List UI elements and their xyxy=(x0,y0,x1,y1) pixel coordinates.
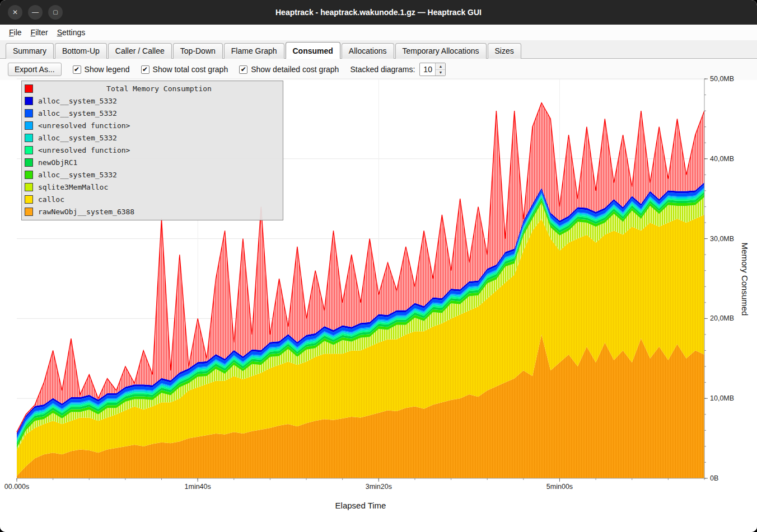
legend-swatch xyxy=(25,171,33,179)
tab-consumed[interactable]: Consumed xyxy=(286,42,340,59)
x-axis-tick-label: 3min20s xyxy=(366,483,392,491)
tab-flame-graph[interactable]: Flame Graph xyxy=(224,43,284,59)
spin-up-button[interactable]: ▲ xyxy=(436,63,445,70)
toolbar: Export As... ✔Show legend✔Show total cos… xyxy=(0,59,757,80)
legend-label: <unresolved function> xyxy=(38,121,130,130)
legend-item: alloc__system_5332 xyxy=(22,95,283,107)
checkbox-box[interactable]: ✔ xyxy=(141,65,149,74)
close-button[interactable]: ✕ xyxy=(8,5,22,20)
legend-item: rawNewObj__system_6388 xyxy=(22,205,283,218)
x-axis-title: Elapsed Time xyxy=(17,501,704,510)
legend-item: newObjRC1 xyxy=(22,156,283,168)
stacked-diagrams-control: Stacked diagrams: 10 ▲ ▼ xyxy=(350,63,446,76)
legend-label: rawNewObj__system_6388 xyxy=(38,208,134,216)
legend-swatch xyxy=(25,208,33,216)
window-title: Heaptrack - heaptrack.wakunode.1.gz — He… xyxy=(275,8,482,17)
y-axis-tick-label: 20,0MB xyxy=(710,314,734,322)
checkbox-show-detailed-cost-graph[interactable]: ✔Show detailed cost graph xyxy=(239,65,339,74)
spin-down-icon: ▼ xyxy=(438,70,442,74)
legend-swatch xyxy=(25,97,33,105)
checkbox-box[interactable]: ✔ xyxy=(73,65,81,74)
y-axis-tick-label: 10,0MB xyxy=(710,394,734,402)
y-axis-tick-label: 0B xyxy=(710,474,718,482)
stacked-diagrams-spinbox[interactable]: 10 ▲ ▼ xyxy=(419,63,446,76)
legend-label: alloc__system_5332 xyxy=(38,97,117,105)
checkbox-group: ✔Show legend✔Show total cost graph✔Show … xyxy=(73,65,339,74)
legend-item: alloc__system_5332 xyxy=(22,107,283,119)
tab-bar: SummaryBottom-UpCaller / CalleeTop-DownF… xyxy=(0,40,757,59)
tab-sizes[interactable]: Sizes xyxy=(488,43,521,59)
legend-swatch xyxy=(25,146,33,154)
legend-label: alloc__system_5332 xyxy=(38,171,117,179)
legend-swatch xyxy=(25,109,33,117)
y-axis-title: Memory Consumed xyxy=(740,243,750,316)
menu-filter[interactable]: Filter xyxy=(26,26,53,39)
legend-label: alloc__system_5332 xyxy=(38,109,117,117)
checkbox-label: Show legend xyxy=(85,65,130,74)
tab-summary[interactable]: Summary xyxy=(6,43,54,59)
maximize-button[interactable]: ▢ xyxy=(48,5,63,20)
legend-title-row: Total Memory Consumption xyxy=(22,82,283,95)
chart-legend: Total Memory Consumptionalloc__system_53… xyxy=(21,81,283,220)
menu-file[interactable]: File xyxy=(4,26,26,39)
stacked-diagrams-label: Stacked diagrams: xyxy=(350,65,415,74)
check-icon: ✔ xyxy=(74,66,80,73)
checkbox-label: Show detailed cost graph xyxy=(251,65,339,74)
legend-label: newObjRC1 xyxy=(38,158,77,167)
legend-item: <unresolved function> xyxy=(22,144,283,156)
y-axis-tick-label: 30,0MB xyxy=(710,235,734,243)
tab-top-down[interactable]: Top-Down xyxy=(173,43,223,59)
checkbox-box[interactable]: ✔ xyxy=(239,65,247,74)
spin-down-button[interactable]: ▼ xyxy=(436,70,445,76)
check-icon: ✔ xyxy=(142,66,148,73)
legend-label: sqlite3MemMalloc xyxy=(38,183,108,191)
legend-swatch xyxy=(25,84,33,93)
chart-region: 0B10,0MB20,0MB30,0MB40,0MB50,0MB00.000s1… xyxy=(0,80,757,532)
legend-swatch xyxy=(25,121,33,130)
legend-swatch xyxy=(25,134,33,142)
legend-swatch xyxy=(25,195,33,204)
tab-bottom-up[interactable]: Bottom-Up xyxy=(55,43,107,59)
legend-item: <unresolved function> xyxy=(22,119,283,131)
maximize-icon: ▢ xyxy=(53,10,58,15)
legend-label: <unresolved function> xyxy=(38,146,130,154)
close-icon: ✕ xyxy=(12,9,18,16)
menu-settings[interactable]: Settings xyxy=(53,26,90,39)
legend-swatch xyxy=(25,183,33,191)
export-as-button[interactable]: Export As... xyxy=(8,63,62,76)
legend-label: alloc__system_5332 xyxy=(38,134,117,142)
tab-temporary-allocations[interactable]: Temporary Allocations xyxy=(395,43,487,59)
spinner-arrows: ▲ ▼ xyxy=(435,63,445,76)
tab-caller-callee[interactable]: Caller / Callee xyxy=(108,43,172,59)
legend-item: alloc__system_5332 xyxy=(22,168,283,181)
x-axis-tick-label: 5min00s xyxy=(546,483,573,491)
minimize-icon: — xyxy=(32,9,39,16)
legend-swatch xyxy=(25,158,33,167)
legend-item: sqlite3MemMalloc xyxy=(22,181,283,193)
legend-item: alloc__system_5332 xyxy=(22,131,283,144)
tab-allocations[interactable]: Allocations xyxy=(342,43,394,59)
y-axis-tick-label: 40,0MB xyxy=(710,155,734,163)
menu-bar: FileFilterSettings xyxy=(0,25,757,40)
legend-item: calloc xyxy=(22,193,283,205)
stacked-diagrams-value[interactable]: 10 xyxy=(420,63,435,76)
check-icon: ✔ xyxy=(241,66,246,73)
checkbox-show-total-cost-graph[interactable]: ✔Show total cost graph xyxy=(141,65,228,74)
legend-label: Total Memory Consumption xyxy=(38,84,280,93)
minimize-button[interactable]: — xyxy=(28,5,43,20)
y-axis-tick-label: 50,0MB xyxy=(710,75,734,83)
legend-label: calloc xyxy=(38,195,64,204)
x-axis-tick-label: 00.000s xyxy=(4,483,29,491)
checkbox-label: Show total cost graph xyxy=(153,65,228,74)
x-axis-tick-label: 1min40s xyxy=(185,483,211,491)
checkbox-show-legend[interactable]: ✔Show legend xyxy=(73,65,130,74)
spin-up-icon: ▲ xyxy=(438,64,442,68)
title-bar: ✕ — ▢ Heaptrack - heaptrack.wakunode.1.g… xyxy=(0,0,757,25)
app-window: ✕ — ▢ Heaptrack - heaptrack.wakunode.1.g… xyxy=(0,0,757,532)
